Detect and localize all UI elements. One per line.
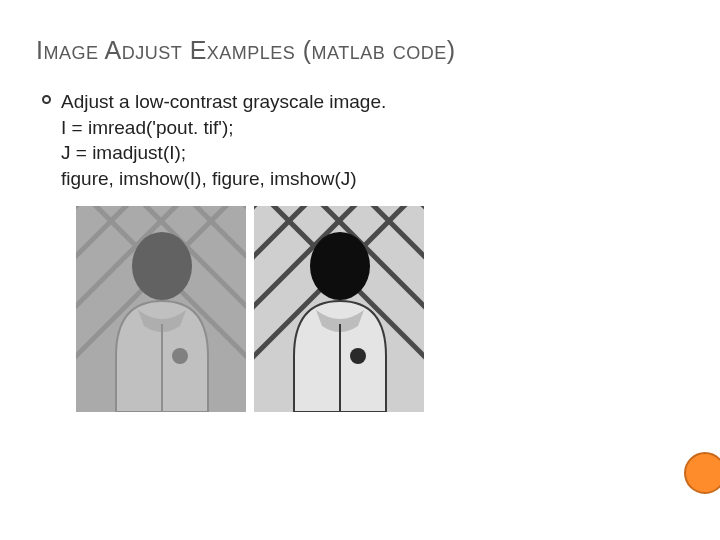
svg-point-11 [172,348,188,364]
bullet-item: Adjust a low-contrast grayscale image. I… [42,89,688,192]
slide-container: Image Adjust Examples (matlab code) Adju… [0,0,720,540]
accent-circle-icon [684,452,720,494]
svg-line-2 [76,206,186,276]
code-line: figure, imshow(I), figure, imshow(J) [61,166,688,192]
svg-line-4 [76,206,246,376]
image-original [76,206,246,412]
divider-line [0,492,720,494]
photo-icon [76,206,246,412]
svg-line-8 [76,206,246,376]
slide-body: Adjust a low-contrast grayscale image. I… [32,89,688,192]
bullet-intro: Adjust a low-contrast grayscale image. [61,89,688,115]
photo-icon [254,206,424,412]
slide-title: Image Adjust Examples (matlab code) [32,36,688,65]
svg-point-23 [350,348,366,364]
svg-line-5 [186,206,246,226]
image-adjusted [254,206,424,412]
svg-point-21 [310,232,370,300]
svg-point-9 [132,232,192,300]
image-row [76,206,688,412]
svg-line-3 [76,206,236,326]
code-line: I = imread('pout. tif'); [61,115,688,141]
svg-line-1 [76,206,136,226]
svg-line-7 [86,206,246,326]
ring-bullet-icon [42,95,51,104]
svg-rect-0 [76,206,246,412]
bullet-lines: Adjust a low-contrast grayscale image. I… [61,89,688,192]
code-line: J = imadjust(I); [61,140,688,166]
svg-line-6 [136,206,246,276]
